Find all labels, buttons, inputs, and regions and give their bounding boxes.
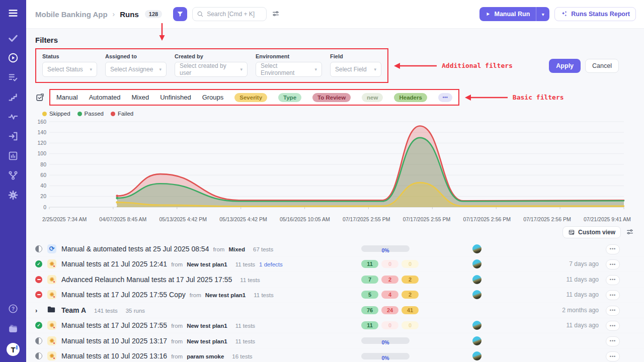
avatar[interactable] [472, 336, 481, 345]
run-defects-link[interactable]: 1 defects [259, 261, 283, 267]
run-name[interactable]: Advanced Relaunch Manual tests at 17 Jul… [61, 276, 232, 284]
avatar[interactable] [472, 244, 481, 253]
result-badge-red: 2 [381, 276, 398, 284]
pulse-icon[interactable] [7, 111, 19, 123]
run-avatar-cell [447, 351, 507, 360]
basic-filter-tag-new[interactable]: new [362, 93, 383, 102]
row-more-menu-button[interactable]: ••• [606, 259, 620, 269]
basic-filter-tab-manual[interactable]: Manual [56, 94, 78, 101]
top-header: Mobile Banking App › Runs 128 Manual Run… [26, 0, 644, 29]
filter-select-field[interactable]: Select Field▾ [330, 62, 381, 77]
apply-button[interactable]: Apply [549, 59, 581, 73]
row-more-menu-button[interactable]: ••• [606, 336, 620, 346]
manual-run-icon: ✺ [47, 321, 56, 330]
list-settings-sliders-icon[interactable] [626, 228, 635, 237]
filter-select-status[interactable]: Select Status▾ [42, 62, 97, 77]
filter-toggle-button[interactable] [173, 7, 187, 21]
custom-view-button[interactable]: Custom view [562, 226, 621, 238]
filter-select-created-by[interactable]: Select created by user▾ [175, 62, 248, 77]
chart-x-axis-labels: 2/25/2025 7:34 AM04/07/2025 8:45 AM05/13… [42, 216, 631, 222]
manual-run-dropdown-caret[interactable]: ▾ [536, 12, 549, 17]
docs-icon[interactable] [7, 323, 19, 335]
run-avatar-cell [447, 275, 507, 284]
run-avatar-cell [447, 259, 507, 268]
run-type-cell: ✺ [47, 336, 61, 345]
avatar[interactable] [472, 290, 481, 299]
avatar[interactable] [472, 259, 481, 268]
help-icon[interactable]: ? [7, 303, 19, 315]
run-status-cell [35, 245, 47, 252]
search-box[interactable] [192, 7, 267, 21]
basic-filters-more-button[interactable]: ••• [438, 93, 452, 102]
run-menu-cell: ••• [606, 274, 623, 285]
steps-icon[interactable] [7, 91, 19, 103]
filter-select-assigned-to[interactable]: Select Assignee▾ [105, 62, 167, 77]
runs-play-icon[interactable] [7, 52, 19, 64]
basic-filter-tab-unfinished[interactable]: Unfinished [160, 94, 191, 101]
basic-filter-tab-mixed[interactable]: Mixed [132, 94, 149, 101]
row-more-menu-button[interactable]: ••• [606, 275, 620, 285]
avatar[interactable] [472, 275, 481, 284]
runs-status-report-button[interactable]: Runs Status Report [554, 7, 636, 21]
row-more-menu-button[interactable]: ••• [606, 321, 620, 331]
tests-check-icon[interactable] [7, 32, 19, 44]
run-list-row[interactable]: ⟳Manual & automated tests at 25 Jul 2025… [26, 241, 644, 257]
menu-icon[interactable] [7, 7, 19, 19]
x-axis-tick-label: 05/13/2025 4:42 PM [219, 216, 267, 222]
row-more-menu-button[interactable]: ••• [606, 244, 620, 254]
app-logo[interactable]: T [7, 343, 20, 356]
run-name[interactable]: Manual tests at 21 Jul 2025 12:41 [61, 260, 167, 268]
run-list-row[interactable]: ✺Manual tests at 10 Jul 2025 13:16frompa… [26, 349, 644, 362]
basic-filter-tab-automated[interactable]: Automated [89, 94, 121, 101]
analytics-icon[interactable] [7, 150, 19, 162]
x-axis-tick-label: 07/17/2025 2:56 PM [463, 216, 511, 222]
filter-field-status: StatusSelect Status▾ [42, 53, 97, 77]
run-from-label: from [171, 323, 183, 329]
svg-text:60: 60 [40, 172, 46, 178]
run-source: New test plan1 [187, 338, 227, 344]
row-more-menu-button[interactable]: ••• [606, 351, 620, 361]
run-list-row[interactable]: ✓✺Manual tests at 21 Jul 2025 12:41fromN… [26, 257, 644, 273]
run-tests-count: 11 tests [240, 277, 260, 283]
run-list-row[interactable]: ✺Manual tests at 17 Jul 2025 17:55 Copyf… [26, 288, 644, 303]
run-list-row[interactable]: ›Team A141 tests35 runs7624412 months ag… [26, 303, 644, 318]
run-progress-bar: 0% [361, 337, 410, 344]
manual-run-button[interactable]: Manual Run ▾ [479, 7, 549, 21]
run-tests-count: 11 tests [235, 261, 255, 267]
run-result-cell: 0% [361, 337, 447, 344]
basic-filter-tab-groups[interactable]: Groups [202, 94, 224, 101]
row-more-menu-button[interactable]: ••• [606, 306, 620, 316]
settings-gear-icon[interactable] [7, 189, 19, 201]
avatar[interactable] [472, 321, 481, 330]
import-icon[interactable] [7, 130, 19, 142]
run-list-row[interactable]: ✺Advanced Relaunch Manual tests at 17 Ju… [26, 272, 644, 288]
main-area: Mobile Banking App › Runs 128 Manual Run… [26, 0, 644, 362]
chart-plot-area[interactable]: 020406080100120140160 [35, 118, 639, 216]
filter-select-environment[interactable]: Select Environment▾ [256, 62, 322, 77]
breadcrumb-project[interactable]: Mobile Banking App [35, 10, 108, 19]
branches-icon[interactable] [7, 169, 19, 182]
basic-filter-tag-type[interactable]: Type [278, 93, 301, 102]
basic-filter-tag-severity[interactable]: Severity [234, 93, 267, 102]
basic-filter-tag-to-review[interactable]: To Review [312, 93, 351, 102]
basic-filter-tag-headers[interactable]: Headers [394, 93, 427, 102]
cancel-button[interactable]: Cancel [585, 59, 619, 73]
avatar[interactable] [472, 351, 481, 360]
expand-chevron-icon[interactable]: › [35, 307, 37, 314]
x-axis-tick-label: 2/25/2025 7:34 AM [42, 216, 87, 222]
run-name[interactable]: Manual tests at 10 Jul 2025 13:16 [61, 352, 167, 360]
run-name[interactable]: Manual & automated tests at 25 Jul 2025 … [61, 245, 209, 253]
run-name[interactable]: Team A [61, 306, 86, 314]
run-name[interactable]: Manual tests at 17 Jul 2025 17:55 [61, 321, 167, 329]
svg-text:160: 160 [37, 119, 46, 125]
run-list-row[interactable]: ✺Manual tests at 10 Jul 2025 13:17fromNe… [26, 333, 644, 349]
search-input[interactable] [207, 11, 262, 18]
run-status-passed-icon: ✓ [35, 260, 42, 267]
run-name[interactable]: Manual tests at 17 Jul 2025 17:55 Copy [61, 291, 186, 299]
bulk-select-icon[interactable] [35, 93, 45, 102]
row-more-menu-button[interactable]: ••• [606, 290, 620, 300]
test-plans-icon[interactable] [7, 71, 19, 83]
run-name[interactable]: Manual tests at 10 Jul 2025 13:17 [61, 337, 167, 345]
search-settings-sliders-icon[interactable] [272, 10, 281, 19]
run-list-row[interactable]: ✓✺Manual tests at 17 Jul 2025 17:55fromN… [26, 318, 644, 334]
